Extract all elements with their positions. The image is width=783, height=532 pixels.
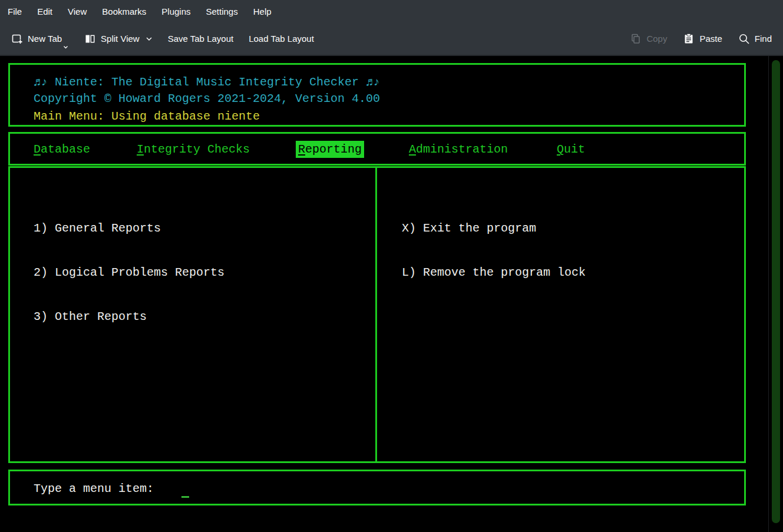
load-tab-layout-label: Load Tab Layout [249, 34, 314, 44]
copy-icon [629, 32, 642, 45]
menubar-item-plugins[interactable]: Plugins [154, 6, 198, 16]
accelerator-key: Q [557, 143, 564, 156]
new-tab-button[interactable]: New Tab [11, 32, 68, 45]
search-icon [738, 32, 751, 45]
accelerator-key: I [137, 143, 144, 156]
terminal-cursor [181, 496, 189, 498]
accelerator-key: R [298, 143, 305, 156]
option-other-reports[interactable]: 3) Other Reports [34, 308, 224, 325]
tui-menu-box [8, 132, 746, 166]
tui-menu-item-integrity-checks[interactable]: Integrity Checks [137, 141, 250, 158]
new-tab-label: New Tab [28, 34, 62, 44]
menu-item-label: ntegrity Checks [144, 143, 250, 156]
chevron-down-icon [146, 37, 153, 41]
window-chrome: File Edit View Bookmarks Plugins Setting… [0, 0, 783, 56]
menubar-item-view[interactable]: View [60, 6, 94, 16]
menubar: File Edit View Bookmarks Plugins Setting… [0, 0, 783, 22]
option-general-reports[interactable]: 1) General Reports [34, 220, 224, 237]
toolbar-right-group: Copy Paste Find [629, 32, 772, 45]
tui-panel-divider [375, 166, 377, 463]
tui-menu-item-administration[interactable]: Administration [409, 141, 508, 158]
load-tab-layout-button[interactable]: Load Tab Layout [249, 34, 314, 44]
chevron-down-icon [63, 45, 68, 49]
menubar-item-edit[interactable]: Edit [29, 6, 60, 16]
menubar-item-settings[interactable]: Settings [199, 6, 246, 16]
find-label: Find [755, 34, 772, 44]
toolbar-left-group: New Tab Split View Save Tab Layout [11, 32, 314, 45]
menubar-item-file[interactable]: File [0, 6, 29, 16]
option-logical-problems-reports[interactable]: 2) Logical Problems Reports [34, 264, 224, 281]
copy-label: Copy [646, 34, 667, 44]
menubar-item-bookmarks[interactable]: Bookmarks [94, 6, 154, 16]
reports-option-list: 1) General Reports 2) Logical Problems R… [34, 193, 224, 352]
prompt-label: Type a menu item: [34, 480, 154, 497]
accelerator-key: D [34, 143, 41, 156]
split-view-icon [84, 32, 97, 45]
toolbar: New Tab Split View Save Tab Layout [0, 22, 783, 56]
option-remove-lock[interactable]: L) Remove the program lock [402, 264, 586, 281]
find-button[interactable]: Find [738, 32, 772, 45]
save-tab-layout-label: Save Tab Layout [168, 34, 233, 44]
menu-item-label: atabase [41, 143, 90, 156]
scrollbar-thumb[interactable] [772, 60, 780, 523]
split-view-button[interactable]: Split View [84, 32, 153, 45]
copyright-line: Copyright © Howard Rogers 2021-2024, Ver… [34, 90, 380, 107]
status-line: Main Menu: Using database niente [34, 108, 260, 125]
menu-item-label: dministration [416, 143, 508, 156]
scrollbar[interactable] [768, 56, 783, 532]
tui-menu-item-reporting[interactable]: Reporting [296, 141, 364, 158]
paste-icon [682, 32, 695, 45]
tui-menu-item-quit[interactable]: Quit [557, 141, 585, 158]
accelerator-key: A [409, 143, 416, 156]
app-title: ♬♪ Niente: The Digital Music Integrity C… [34, 74, 380, 91]
tui-menu-item-database[interactable]: Database [34, 141, 90, 158]
option-exit-program[interactable]: X) Exit the program [402, 220, 586, 237]
menubar-item-help[interactable]: Help [246, 6, 279, 16]
save-tab-layout-button[interactable]: Save Tab Layout [168, 34, 233, 44]
split-view-label: Split View [101, 34, 140, 44]
paste-button[interactable]: Paste [682, 32, 722, 45]
menu-item-label: uit [564, 143, 585, 156]
menu-item-label: eporting [305, 143, 362, 156]
terminal-screen[interactable]: ♬♪ Niente: The Digital Music Integrity C… [0, 56, 768, 532]
copy-button[interactable]: Copy [629, 32, 667, 45]
paste-label: Paste [699, 34, 722, 44]
exit-option-list: X) Exit the program L) Remove the progra… [402, 193, 586, 308]
tab-new-icon [11, 32, 24, 45]
